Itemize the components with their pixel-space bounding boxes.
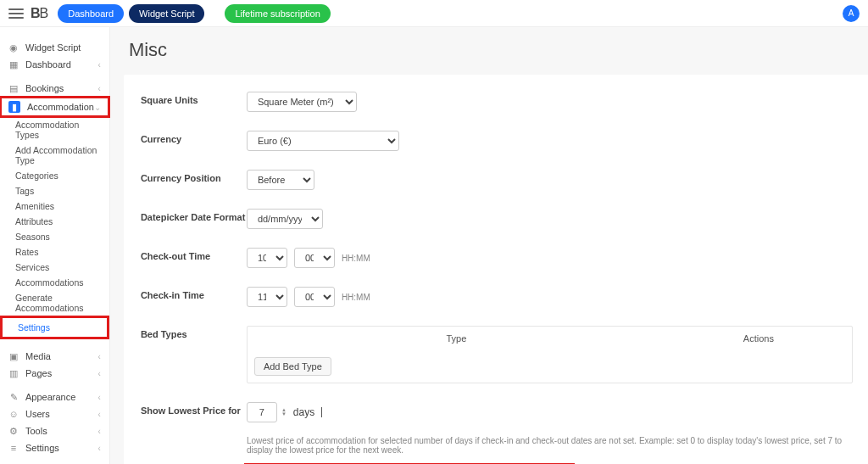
sidebar-item-generate-acc[interactable]: Generate Accommodations [0,290,109,316]
checkout-hh-select[interactable]: 10 [247,248,287,268]
sidebar-item-widget-script[interactable]: ◉Widget Script [0,39,109,56]
main-content: Misc Square Units Square Meter (m²) Curr… [110,27,868,464]
chevron-left-icon: ‹ [98,60,101,70]
sidebar-item-add-acc-type[interactable]: Add Accommodation Type [0,143,109,168]
sliders-icon: ≡ [8,443,19,453]
sidebar-item-services[interactable]: Services [0,260,109,275]
page-title: Misc [110,27,868,66]
date-format-select[interactable]: dd/mm/yyyy [247,209,323,229]
sidebar-item-attributes[interactable]: Attributes [0,214,109,229]
sidebar-item-bookings[interactable]: ▤Bookings‹ [0,80,109,97]
lowest-price-helper: Lowest price of accommodation for select… [247,436,853,455]
sidebar-item-pages[interactable]: ▥Pages‹ [0,365,109,382]
logo: BB [31,6,47,21]
bed-table-col-type: Type [248,327,665,350]
sidebar-item-acc-types[interactable]: Accommodation Types [0,117,109,143]
sidebar-item-seasons[interactable]: Seasons [0,229,109,244]
sidebar-item-rates[interactable]: Rates [0,244,109,260]
checkin-hh-select[interactable]: 11 [247,287,287,307]
checkin-hint: HH:MM [342,293,370,302]
brush-icon: ✎ [8,392,19,402]
label-date-format: Datepicker Date Format [141,209,247,222]
checkin-mm-select[interactable]: 00 [294,287,335,307]
square-units-select[interactable]: Square Meter (m²) [247,92,357,112]
label-bed-types: Bed Types [141,326,247,339]
sidebar-item-users[interactable]: ☺Users‹ [0,405,109,422]
currency-position-select[interactable]: Before [247,170,314,190]
sidebar-item-tags[interactable]: Tags [0,183,109,198]
sidebar-item-categories[interactable]: Categories [0,168,109,183]
grid-icon: ▦ [8,59,19,70]
lifetime-subscription-button[interactable]: Lifetime subscription [225,4,330,23]
calendar-icon: ▤ [8,83,19,93]
eye-icon: ◉ [8,42,19,53]
sidebar-item-amenities[interactable]: Amenities [0,198,109,214]
currency-select[interactable]: Euro (€) [247,131,399,151]
label-checkin-time: Check-in Time [141,287,247,300]
label-square-units: Square Units [141,92,247,105]
user-icon: ☺ [8,409,19,419]
label-show-lowest-price: Show Lowest Price for [141,402,247,416]
top-dashboard-button[interactable]: Dashboard [58,4,124,23]
wrench-icon: ⚙ [8,426,19,436]
bed-table-col-actions: Actions [665,327,852,350]
sidebar-item-appearance[interactable]: ✎Appearance‹ [0,389,109,405]
label-checkout-time: Check-out Time [141,248,247,261]
add-bed-type-button[interactable]: Add Bed Type [254,357,331,376]
sidebar-item-acc-settings[interactable]: Settings [3,320,107,335]
sidebar-item-accommodations[interactable]: Accommodations [0,275,109,290]
number-stepper[interactable]: ▲▼ [281,408,287,416]
sidebar-item-settings[interactable]: ≡Settings‹ [0,439,109,456]
avatar[interactable]: A [843,5,860,22]
label-currency-position: Currency Position [141,170,247,183]
checkout-hint: HH:MM [342,254,370,263]
sidebar-item-dashboard[interactable]: ▦Dashboard‹ [0,56,109,73]
bed-types-table: Type Actions Add Bed Type [247,326,853,383]
label-currency: Currency [141,131,247,144]
chevron-down-icon: ⌄ [94,103,101,112]
sidebar-item-tools[interactable]: ⚙Tools‹ [0,422,109,439]
pages-icon: ▥ [8,368,19,378]
lowest-price-unit: days [293,406,314,418]
hamburger-icon[interactable] [8,6,24,21]
sidebar-item-media[interactable]: ▣Media‹ [0,348,109,365]
top-widget-button[interactable]: Widget Script [129,4,204,23]
media-icon: ▣ [8,351,19,361]
sidebar: ◉Widget Script ▦Dashboard‹ ▤Bookings‹ ▮ … [0,27,110,464]
sidebar-item-accommodation[interactable]: ▮ Accommodation⌄ [0,97,109,117]
building-icon: ▮ [8,101,20,113]
lowest-price-days-input[interactable] [247,402,277,422]
checkout-mm-select[interactable]: 00 [294,248,335,268]
chevron-left-icon: ‹ [98,84,101,93]
